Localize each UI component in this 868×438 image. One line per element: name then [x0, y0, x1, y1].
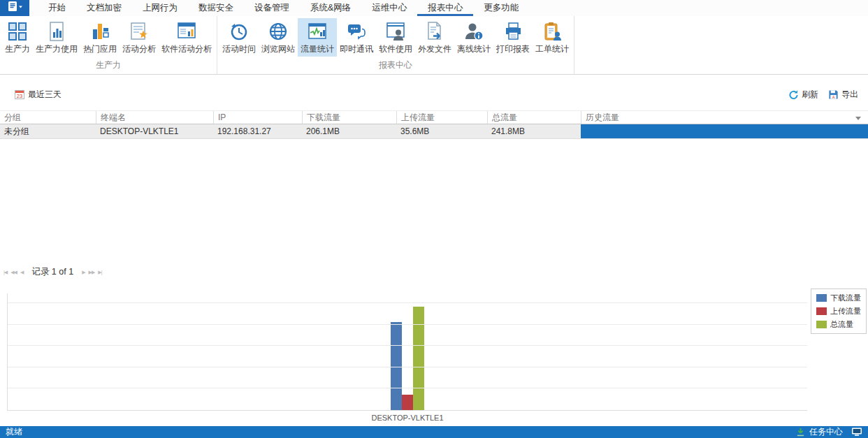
- legend-swatch: [816, 307, 827, 315]
- ribbon-button-label: 浏览网站: [261, 43, 295, 55]
- pulse-icon: [307, 21, 328, 42]
- app-logo-icon: [6, 1, 24, 15]
- ribbon-button[interactable]: 浏览网站: [259, 18, 298, 57]
- ribbon-button[interactable]: 工单统计: [533, 18, 572, 57]
- column-header[interactable]: 分组: [0, 111, 96, 124]
- ribbon-button[interactable]: 软件活动分析: [159, 18, 215, 57]
- ribbon-button-label: 生产力使用: [36, 43, 78, 55]
- pagination-bar: |◀◀◀◀记录 1 of 1▶▶▶▶|: [0, 265, 868, 279]
- column-header[interactable]: 历史流量: [581, 111, 868, 124]
- cell-download: 206.1MB: [302, 124, 396, 138]
- menu-item[interactable]: 开始: [38, 0, 76, 16]
- pagination-record-label: 记录 1 of 1: [31, 266, 73, 278]
- refresh-button[interactable]: 刷新: [788, 89, 818, 101]
- svg-text:A: A: [832, 94, 835, 98]
- cell-upload: 35.6MB: [396, 124, 487, 138]
- chart-gridline: [8, 388, 807, 388]
- app-window: 开始文档加密上网行为数据安全设备管理系统&网络运维中心报表中心更多功能 生产力生…: [0, 0, 868, 438]
- ribbon-button-label: 活动分析: [122, 43, 156, 55]
- menu-item[interactable]: 上网行为: [132, 0, 188, 16]
- date-range-label: 最近三天: [28, 89, 62, 101]
- export-button[interactable]: A 导出: [828, 89, 858, 101]
- column-header[interactable]: 终端名: [96, 111, 213, 124]
- chart-bar-总流量[interactable]: [413, 307, 424, 410]
- ribbon-group-items: 活动时间浏览网站流量统计即时通讯软件使用外发文件离线统计打印报表工单统计: [219, 16, 572, 59]
- grid-icon: [7, 21, 28, 42]
- ribbon-button[interactable]: 生产力: [2, 18, 33, 57]
- menu-item[interactable]: 数据安全: [188, 0, 244, 16]
- download-arrow-icon: [796, 428, 805, 437]
- legend-entry: 上传流量: [816, 306, 861, 316]
- column-header[interactable]: 总流量: [487, 111, 581, 124]
- ribbon-button-label: 打印报表: [496, 43, 530, 55]
- ribbon-button-label: 软件使用: [379, 43, 412, 55]
- cell-history-traffic-bar: [581, 124, 868, 138]
- doc-star-icon: [129, 21, 150, 42]
- pagination-prev-icon[interactable]: ◀: [20, 270, 23, 275]
- chart-gridline: [8, 345, 807, 346]
- ribbon-button[interactable]: 流量统计: [298, 18, 337, 57]
- pagination-first-icon[interactable]: |◀: [3, 270, 7, 275]
- bar-chart-icon: [89, 21, 110, 42]
- menu-item[interactable]: 文档加密: [76, 0, 132, 16]
- menu-item[interactable]: 系统&网络: [300, 0, 361, 16]
- ribbon-button[interactable]: 打印报表: [493, 18, 533, 57]
- clipboard-user-icon: [542, 21, 563, 42]
- task-center-button[interactable]: 任务中心: [796, 426, 862, 438]
- ribbon-button-label: 工单统计: [535, 43, 569, 55]
- chart-gridline: [8, 367, 807, 367]
- table-row[interactable]: 未分组DESKTOP-VLKTLE1192.168.31.27206.1MB35…: [0, 124, 868, 139]
- pagination-next-page-icon[interactable]: ▶▶: [89, 270, 95, 275]
- legend-swatch: [816, 294, 827, 302]
- table-header-row: 分组终端名IP下载流量上传流量总流量历史流量: [0, 110, 868, 124]
- cell-ip: 192.168.31.27: [213, 124, 302, 138]
- status-ready-label: 就绪: [6, 426, 22, 438]
- app-menu-button[interactable]: [0, 0, 29, 16]
- chat-icon: [346, 21, 367, 42]
- chart-gridline: [8, 324, 807, 325]
- doc-out-icon: [424, 21, 445, 42]
- pagination-last-icon[interactable]: ▶|: [98, 270, 101, 275]
- cell-terminal: DESKTOP-VLKTLE1: [96, 124, 213, 138]
- menu-item[interactable]: 运维中心: [361, 0, 417, 16]
- monitor-icon[interactable]: [851, 428, 862, 437]
- ribbon-group: 生产力生产力使用热门应用活动分析软件活动分析生产力: [0, 16, 217, 74]
- ribbon-group-items: 生产力生产力使用热门应用活动分析软件活动分析: [2, 16, 215, 59]
- ribbon-button[interactable]: 外发文件: [415, 18, 454, 57]
- menu-item[interactable]: 更多功能: [473, 0, 529, 16]
- pagination-prev-page-icon[interactable]: ◀◀: [10, 270, 17, 275]
- ribbon-button-label: 流量统计: [301, 43, 334, 55]
- column-header[interactable]: IP: [213, 111, 302, 124]
- ribbon-button[interactable]: 即时通讯: [337, 18, 376, 57]
- refresh-icon: [788, 89, 799, 100]
- traffic-chart: DESKTOP-VLKTLE1 下载流量上传流量总流量: [0, 279, 868, 426]
- chart-legend: 下载流量上传流量总流量: [811, 289, 867, 334]
- refresh-label: 刷新: [802, 89, 818, 101]
- ribbon-group-label: 生产力: [2, 59, 215, 74]
- ribbon-button[interactable]: 活动分析: [120, 18, 159, 57]
- pagination-next-icon[interactable]: ▶: [82, 270, 85, 275]
- ribbon-button[interactable]: 离线统计: [454, 18, 493, 57]
- ribbon-button-label: 软件活动分析: [161, 43, 212, 55]
- cell-total: 241.8MB: [487, 124, 581, 138]
- legend-entry: 总流量: [816, 319, 861, 330]
- chart-bar-上传流量[interactable]: [402, 395, 413, 410]
- legend-entry: 下载流量: [816, 293, 861, 303]
- date-range-button[interactable]: 23 最近三天: [14, 89, 62, 101]
- column-header[interactable]: 下载流量: [302, 111, 396, 124]
- traffic-table: 分组终端名IP下载流量上传流量总流量历史流量 未分组DESKTOP-VLKTLE…: [0, 110, 868, 139]
- column-options-caret-icon[interactable]: [855, 117, 861, 120]
- legend-label: 上传流量: [830, 306, 861, 316]
- menu-item[interactable]: 报表中心: [417, 0, 473, 16]
- ribbon-button[interactable]: 软件使用: [376, 18, 415, 57]
- ribbon-button[interactable]: 热门应用: [80, 18, 120, 57]
- export-label: 导出: [841, 89, 858, 101]
- chart-bars: [391, 307, 424, 410]
- column-header[interactable]: 上传流量: [396, 111, 487, 124]
- ribbon-button[interactable]: 生产力使用: [33, 18, 80, 57]
- printer-icon: [502, 21, 523, 42]
- ribbon-button[interactable]: 活动时间: [219, 18, 259, 57]
- svg-text:23: 23: [17, 93, 22, 99]
- legend-label: 总流量: [830, 319, 853, 330]
- menu-item[interactable]: 设备管理: [244, 0, 300, 16]
